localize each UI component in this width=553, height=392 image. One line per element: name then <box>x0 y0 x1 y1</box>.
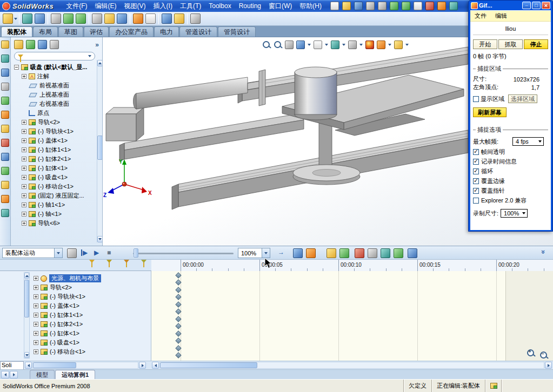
scroll-down-button[interactable] <box>97 236 103 242</box>
tree-item-label[interactable]: (-) 移动台<1> <box>38 183 74 191</box>
menu-view[interactable]: 视图(V) <box>121 1 150 12</box>
scroll-up-button[interactable] <box>24 273 29 279</box>
tab-motion-study-1[interactable]: 运动算例1 <box>55 370 95 379</box>
expand-toggle[interactable] <box>22 157 26 161</box>
display-style-icon[interactable] <box>331 40 339 49</box>
explorer-compat-checkbox[interactable] <box>473 198 479 204</box>
tree-item-label[interactable]: 原点 <box>37 109 49 117</box>
gif-title-bar[interactable]: Gif... <box>470 1 551 10</box>
playback-mode-icon[interactable]: → <box>278 249 284 255</box>
expand-toggle[interactable] <box>34 303 38 308</box>
stop-playback-icon[interactable]: ■ <box>107 249 111 256</box>
minimize-button[interactable] <box>522 2 531 9</box>
motion-tree-label[interactable]: 光源、相机与布景 <box>49 274 101 282</box>
cover-edges-checkbox[interactable] <box>473 178 479 184</box>
tree-hscroll-track[interactable] <box>32 362 138 369</box>
scroll-right-button[interactable] <box>139 362 146 369</box>
print-preview-icon[interactable] <box>378 2 387 10</box>
tree-item-label[interactable]: 右视基准面 <box>39 100 69 108</box>
menu-tools[interactable]: 工具(T) <box>176 1 205 12</box>
reference-geometry-tool-icon[interactable] <box>1 153 9 161</box>
timeline-scroll-right-button[interactable] <box>545 362 552 369</box>
interference-tool-icon[interactable] <box>1 209 9 217</box>
zoom-fit-icon[interactable] <box>262 40 271 49</box>
start-button[interactable]: 开始 <box>473 39 497 49</box>
move-component-icon[interactable] <box>63 13 74 24</box>
featuremanager-tab-icon[interactable] <box>14 40 23 49</box>
tree-item-label[interactable]: 前视基准面 <box>39 82 69 90</box>
expand-toggle[interactable] <box>22 175 26 180</box>
exploded-view-icon[interactable] <box>162 13 172 24</box>
apply-scene-dropdown-icon[interactable] <box>388 44 391 46</box>
show-area-checkbox[interactable] <box>473 96 479 102</box>
show-hidden-components-icon[interactable] <box>92 13 102 24</box>
timeline-scroll-left-button[interactable] <box>152 362 159 369</box>
stop-button[interactable]: 停止 <box>524 39 548 49</box>
rebuild-icon[interactable] <box>425 2 434 10</box>
tab-assembly[interactable]: 装配体 <box>1 26 32 37</box>
tree-item-label[interactable]: (-) 吸盘<1> <box>38 173 68 181</box>
tree-item-label[interactable]: (-) 导轨块<1> <box>38 127 74 136</box>
scroll-up-button[interactable] <box>97 60 103 66</box>
motion-tree-label[interactable]: (-) 缸体<1> <box>50 329 79 337</box>
zoom-area-icon[interactable] <box>274 40 282 49</box>
tab-model[interactable]: 模型 <box>30 370 55 379</box>
record-size-select[interactable]: 100% <box>501 209 528 218</box>
tree-item-label[interactable]: (-) 轴<1> <box>38 210 62 218</box>
tree-item-label[interactable]: (-) 轴1<1> <box>38 201 65 209</box>
edit-appearance-icon[interactable] <box>365 40 374 49</box>
tree-item-label[interactable]: 注解 <box>37 72 49 80</box>
motor-icon[interactable] <box>355 248 364 258</box>
view-orientation-dropdown-icon[interactable] <box>325 44 328 46</box>
expand-toggle[interactable] <box>34 294 38 299</box>
rotate-component-tool-icon[interactable] <box>1 111 9 119</box>
reference-geometry-icon[interactable] <box>117 13 127 24</box>
expand-toggle[interactable] <box>34 349 38 354</box>
new-document-icon[interactable] <box>330 2 339 10</box>
exploded-view-tool-icon[interactable] <box>1 195 9 203</box>
bill-of-materials-icon[interactable] <box>145 13 156 24</box>
view-settings-dropdown-icon[interactable] <box>405 44 409 46</box>
tab-scroll-right-button[interactable] <box>10 371 18 379</box>
menu-file[interactable]: 文件(F) <box>62 1 91 12</box>
section-view-dropdown-icon[interactable] <box>308 44 311 46</box>
configurationmanager-tab-icon[interactable] <box>38 40 47 49</box>
insert-component-icon[interactable] <box>3 13 13 24</box>
timeline-hscroll-track[interactable] <box>159 362 544 369</box>
tree-filter-input[interactable] <box>14 52 95 60</box>
mate-tool-icon[interactable] <box>1 55 9 63</box>
scroll-thumb[interactable] <box>24 280 29 317</box>
frame-transparency-checkbox[interactable] <box>473 149 479 155</box>
expand-toggle[interactable] <box>22 129 26 134</box>
apply-scene-icon[interactable] <box>377 40 385 49</box>
hide-show-dropdown-icon[interactable] <box>359 44 363 46</box>
section-view-icon[interactable] <box>296 40 305 49</box>
menu-help[interactable]: 帮助(H) <box>296 1 325 12</box>
calculate-icon[interactable] <box>67 248 77 258</box>
tree-item-label[interactable]: 上视基准面 <box>39 91 69 99</box>
playback-speed-select[interactable]: 100% <box>238 248 270 258</box>
insert-component-dropdown-icon[interactable] <box>14 18 17 20</box>
expand-toggle[interactable] <box>34 276 38 281</box>
refresh-screen-button[interactable]: 刷新屏幕 <box>473 107 507 117</box>
expand-toggle[interactable] <box>34 313 38 317</box>
tab-office-products[interactable]: 办公室产品 <box>109 26 154 37</box>
filter-none-icon[interactable] <box>89 260 95 269</box>
autokey-icon[interactable] <box>327 248 336 258</box>
study-type-select[interactable]: 装配体运动 <box>2 248 63 258</box>
tree-root-label[interactable]: 吸盘 (默认<默认_显... <box>30 63 87 71</box>
expand-toggle[interactable] <box>34 340 38 345</box>
tree-item-label[interactable]: (固定) 液压固定... <box>38 192 84 200</box>
gravity-icon[interactable] <box>394 248 403 258</box>
assembly-features-icon[interactable] <box>104 13 115 24</box>
gif-menu-edit[interactable]: 编辑 <box>495 12 507 20</box>
tree-item-label[interactable]: (-) 缸体2<1> <box>38 155 71 163</box>
motion-tree-label[interactable]: 导轨<2> <box>50 283 72 292</box>
select-icon[interactable] <box>414 2 422 10</box>
previous-view-icon[interactable] <box>285 40 294 49</box>
menu-routing[interactable]: Routing <box>235 1 265 11</box>
scroll-left-button[interactable] <box>25 362 32 369</box>
options-icon[interactable] <box>437 2 446 10</box>
tree-scrollbar[interactable] <box>97 60 102 242</box>
filter-selected-icon[interactable] <box>141 260 146 269</box>
